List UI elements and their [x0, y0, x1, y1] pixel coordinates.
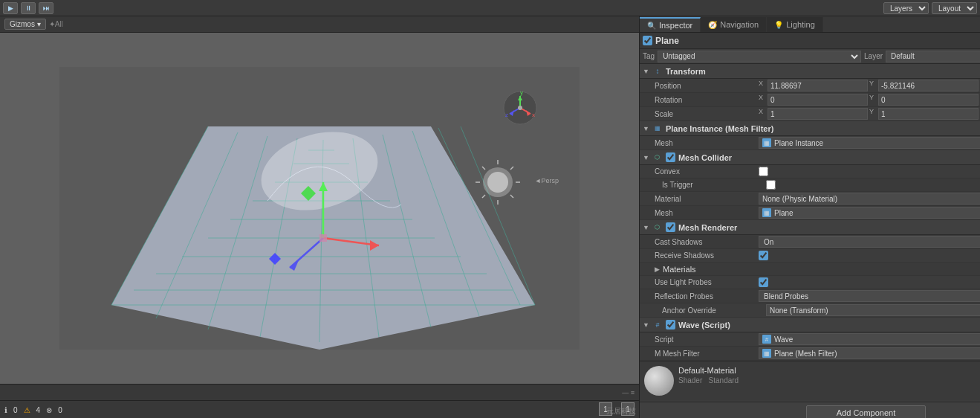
wave-script-name: Wave (Script)	[678, 321, 980, 329]
layout-dropdown[interactable]: Layout	[932, 2, 977, 14]
materials-arrow: ▶	[655, 266, 660, 273]
collider-mesh-row: Mesh ▦ Plane ○	[640, 206, 980, 220]
object-header: Plane Static ▾	[640, 33, 980, 49]
script-label: Script	[655, 335, 759, 344]
material-name: Default-Material	[678, 366, 980, 375]
materials-row[interactable]: ▶ Materials	[640, 263, 980, 276]
m-mesh-filter-icon: ▦	[762, 349, 771, 358]
rotation-x-label: X	[759, 94, 766, 106]
layers-dropdown[interactable]: Layers	[883, 2, 929, 14]
rotation-y-label: Y	[869, 94, 877, 106]
watermark: 元居科技	[606, 406, 636, 417]
collider-mesh-icon: ▦	[762, 208, 771, 217]
collider-material-value: None (Physic Material)	[759, 193, 980, 205]
gizmos-separator: ✦All	[49, 20, 63, 28]
position-label: Position	[655, 82, 759, 90]
anchor-override-label: Anchor Override	[662, 306, 766, 315]
terrain-svg: y x z	[59, 60, 580, 357]
info-icon: ℹ	[4, 406, 7, 414]
receive-shadows-checkbox[interactable]	[759, 251, 768, 260]
script-value: # Wave	[759, 333, 980, 345]
err-icon: ⊗	[46, 406, 52, 414]
material-shader: Shader Standard	[678, 376, 980, 385]
svg-text:y: y	[520, 89, 523, 96]
object-name: Plane	[655, 36, 980, 46]
svg-text:z: z	[505, 112, 508, 118]
navigation-tab-icon: 🧭	[708, 21, 717, 29]
pause-button[interactable]: ⏸	[21, 2, 36, 14]
script-icon: #	[762, 335, 771, 344]
wave-script-header[interactable]: ▼ # Wave (Script) ⧉ ⚙	[640, 318, 980, 332]
svg-point-44	[487, 172, 508, 193]
tab-navigation[interactable]: 🧭 Navigation	[701, 17, 767, 32]
use-light-probes-checkbox[interactable]	[759, 277, 768, 287]
cast-shadows-row: Cast Shadows On	[640, 235, 980, 249]
shader-value: Standard	[709, 376, 739, 385]
scene-3d[interactable]: y x z	[0, 33, 639, 384]
add-component-button[interactable]: Add Component	[806, 405, 927, 419]
reflection-probes-select[interactable]: Blend Probes	[759, 290, 980, 302]
tag-layer-row: Tag Untagged Layer Default	[640, 49, 980, 64]
rotation-row: Rotation X Y Z	[640, 93, 980, 107]
mesh-collider-header[interactable]: ▼ ⬡ Mesh Collider ⧉ ⚙	[640, 150, 980, 165]
topbar: ▶ ⏸ ⏭ Layers Layout	[0, 0, 980, 16]
cast-shadows-select[interactable]: On	[759, 236, 980, 248]
layer-label: Layer	[864, 52, 883, 60]
mesh-filter-header[interactable]: ▼ ▦ Plane Instance (Mesh Filter) ⧉ ⚙	[640, 121, 980, 136]
play-button[interactable]: ▶	[3, 2, 18, 14]
use-light-probes-label: Use Light Probes	[655, 278, 759, 286]
svg-rect-29	[319, 234, 327, 242]
scene-bottom-toolbar: — ≡	[0, 385, 639, 401]
tag-select[interactable]: Untagged	[658, 51, 861, 62]
mesh-collider-active-checkbox[interactable]	[666, 152, 675, 162]
transform-name: Transform	[666, 67, 980, 76]
warn-count: 4	[36, 406, 41, 414]
transform-header[interactable]: ▼ ↕ Transform ⚙	[640, 64, 980, 79]
receive-shadows-label: Receive Shadows	[655, 251, 759, 260]
mesh-filter-mesh-value: ▦ Plane Instance	[759, 137, 980, 149]
tab-lighting[interactable]: 💡 Lighting	[767, 17, 823, 32]
collider-material-label: Material	[655, 195, 759, 203]
is-trigger-checkbox[interactable]	[766, 180, 776, 190]
material-section: Default-Material Shader Standard ⧉ ⚙	[640, 361, 980, 400]
receive-shadows-row: Receive Shadows	[640, 249, 980, 263]
add-component-row: Add Component	[640, 402, 980, 418]
mesh-collider-arrow: ▼	[643, 154, 649, 161]
tab-inspector[interactable]: 🔍 Inspector	[640, 17, 701, 32]
m-mesh-filter-label: M Mesh Filter	[655, 350, 759, 358]
scale-x-label: X	[759, 108, 766, 120]
svg-point-39	[518, 106, 522, 110]
convex-row: Convex	[640, 165, 980, 179]
anchor-override-row: Anchor Override None (Transform) ○	[640, 303, 980, 318]
mesh-renderer-active-checkbox[interactable]	[666, 222, 675, 232]
mesh-filter-icon: ▦	[652, 123, 663, 134]
wave-script-active-checkbox[interactable]	[666, 320, 675, 329]
scale-y-field[interactable]	[878, 108, 979, 120]
mesh-filter-mesh-row: Mesh ▦ Plane Instance ○	[640, 136, 980, 150]
step-button[interactable]: ⏭	[39, 2, 53, 14]
is-trigger-row: Is Trigger	[640, 179, 980, 192]
material-preview-ball	[644, 366, 674, 396]
rotation-x-field[interactable]	[768, 94, 868, 106]
position-row: Position X Y Z	[640, 79, 980, 93]
mesh-renderer-arrow: ▼	[643, 224, 649, 231]
inspector-panel: 🔍 Inspector 🧭 Navigation 💡 Lighting — ≡ …	[639, 16, 980, 418]
object-active-checkbox[interactable]	[643, 36, 652, 45]
svg-text:x: x	[532, 112, 535, 118]
transform-expand-arrow: ▼	[643, 68, 649, 75]
scene-toolbar: Gizmos ▾ ✦All	[0, 16, 639, 33]
position-x-field[interactable]	[768, 80, 868, 91]
rotation-y-field[interactable]	[878, 94, 979, 106]
position-y-field[interactable]	[878, 80, 979, 91]
gizmos-button[interactable]: Gizmos ▾	[4, 19, 46, 30]
shader-label: Shader	[678, 376, 702, 385]
convex-checkbox[interactable]	[759, 167, 768, 176]
mesh-renderer-header[interactable]: ▼ ⬡ Mesh Renderer ⧉ ⚙	[640, 220, 980, 235]
layer-select[interactable]: Default	[886, 51, 980, 62]
scale-x-field[interactable]	[768, 108, 868, 120]
scale-label: Scale	[655, 110, 759, 118]
is-trigger-label: Is Trigger	[662, 181, 766, 189]
inspector-tab-icon: 🔍	[647, 22, 656, 30]
scale-y-label: Y	[869, 108, 877, 120]
m-mesh-filter-row: M Mesh Filter ▦ Plane (Mesh Filter) ○	[640, 347, 980, 361]
